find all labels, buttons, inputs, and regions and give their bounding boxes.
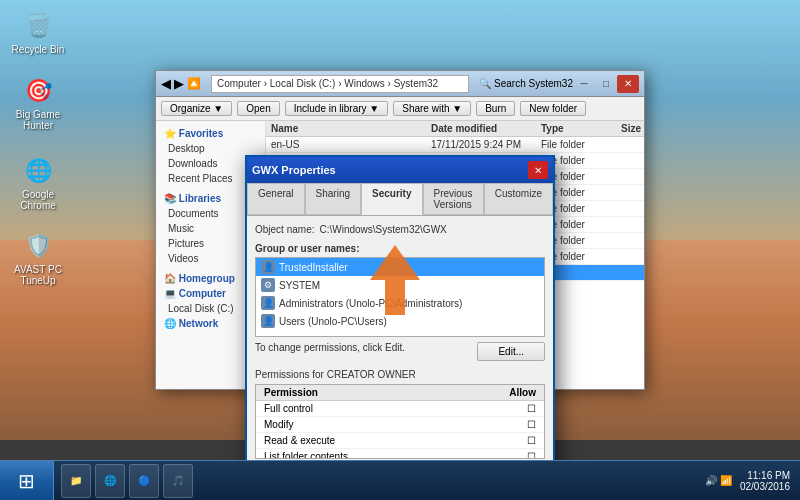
gwx-dialog-title: GWX Properties xyxy=(252,164,528,176)
taskbar-chrome-button[interactable]: 🔵 xyxy=(129,464,159,498)
perm-name: List folder contents xyxy=(264,451,348,459)
close-button[interactable]: ✕ xyxy=(617,75,639,93)
system-tray: 🔊 📶 11:16 PM 02/03/2016 xyxy=(695,470,800,492)
table-row[interactable]: en-US 17/11/2015 9:24 PM File folder xyxy=(266,137,644,153)
col-date[interactable]: Date modified xyxy=(431,123,541,134)
user-item-system[interactable]: ⚙ SYSTEM xyxy=(256,276,544,294)
file-date: 17/11/2015 9:24 PM xyxy=(431,139,541,150)
col-size[interactable]: Size xyxy=(621,123,644,134)
big-game-icon: 🎯 xyxy=(22,75,54,107)
perm-row-listfolder: List folder contents ☐ xyxy=(256,449,544,459)
file-size xyxy=(621,235,644,246)
user-item-trusted[interactable]: 👤 TrustedInstaller xyxy=(256,258,544,276)
search-box[interactable]: 🔍 Search System32 xyxy=(479,78,573,89)
user-icon: 👤 xyxy=(261,314,275,328)
new-folder-button[interactable]: New folder xyxy=(520,101,586,116)
perm-header-allow: Allow xyxy=(509,387,536,398)
user-item-admins[interactable]: 👤 Administrators (Unolo-PC\Administrator… xyxy=(256,294,544,312)
user-item-users[interactable]: 👤 Users (Unolo-PC\Users) xyxy=(256,312,544,330)
address-bar[interactable]: Computer › Local Disk (C:) › Windows › S… xyxy=(211,75,469,93)
user-icon: 👤 xyxy=(261,296,275,310)
object-name-label: Object name: xyxy=(255,224,314,235)
gwx-tabs: General Sharing Security Previous Versio… xyxy=(247,183,553,216)
gwx-close-button[interactable]: ✕ xyxy=(528,161,548,179)
file-size xyxy=(621,219,644,230)
up-icon[interactable]: 🔼 xyxy=(187,77,201,90)
desktop-icon-recycle-bin[interactable]: 🗑️ Recycle Bin xyxy=(8,10,68,55)
file-size xyxy=(621,187,644,198)
share-with-button[interactable]: Share with ▼ xyxy=(393,101,471,116)
edit-row: To change permissions, click Edit. Edit.… xyxy=(255,342,545,361)
col-type[interactable]: Type xyxy=(541,123,621,134)
file-size xyxy=(621,171,644,182)
file-list-header: Name Date modified Type Size xyxy=(266,121,644,137)
tab-security[interactable]: Security xyxy=(361,183,422,215)
file-size xyxy=(621,251,644,262)
sidebar-item-desktop[interactable]: Desktop xyxy=(156,141,265,156)
back-icon[interactable]: ◀ xyxy=(161,76,171,91)
avast-label: AVAST PC TuneUp xyxy=(8,264,68,286)
time-display: 11:16 PM xyxy=(740,470,790,481)
taskbar-explorer-button[interactable]: 📁 xyxy=(61,464,91,498)
tab-customize[interactable]: Customize xyxy=(484,183,553,215)
perm-name: Read & execute xyxy=(264,435,335,446)
perm-allow: ☐ xyxy=(527,403,536,414)
perm-row-full: Full control ☐ xyxy=(256,401,544,417)
explorer-toolbar: Organize ▼ Open Include in library ▼ Sha… xyxy=(156,97,644,121)
avast-icon: 🛡️ xyxy=(22,230,54,262)
start-button[interactable]: ⊞ xyxy=(0,461,54,501)
user-icon: ⚙ xyxy=(261,278,275,292)
permissions-list: Permission Allow Full control ☐ Modify ☐… xyxy=(255,384,545,459)
group-users-label: Group or user names: xyxy=(255,243,545,254)
open-button[interactable]: Open xyxy=(237,101,279,116)
date-display: 02/03/2016 xyxy=(740,481,790,492)
file-size xyxy=(621,203,644,214)
perm-row-modify: Modify ☐ xyxy=(256,417,544,433)
file-size xyxy=(621,267,644,278)
tab-previous-versions[interactable]: Previous Versions xyxy=(423,183,484,215)
tray-icons: 🔊 📶 xyxy=(705,475,732,486)
user-name: Administrators (Unolo-PC\Administrators) xyxy=(279,298,462,309)
tab-general[interactable]: General xyxy=(247,183,305,215)
user-icon: 👤 xyxy=(261,260,275,274)
taskbar-media-button[interactable]: 🎵 xyxy=(163,464,193,498)
chrome-label: Google Chrome xyxy=(8,189,68,211)
chrome-icon: 🌐 xyxy=(22,155,54,187)
include-library-button[interactable]: Include in library ▼ xyxy=(285,101,389,116)
col-name[interactable]: Name xyxy=(271,123,431,134)
edit-button[interactable]: Edit... xyxy=(477,342,545,361)
perm-allow: ☐ xyxy=(527,451,536,459)
file-size xyxy=(621,139,644,150)
big-game-label: Big Game Hunter xyxy=(8,109,68,131)
perm-name: Full control xyxy=(264,403,313,414)
taskbar-ie-button[interactable]: 🌐 xyxy=(95,464,125,498)
perm-name: Modify xyxy=(264,419,293,430)
user-name: TrustedInstaller xyxy=(279,262,348,273)
desktop-icon-avast[interactable]: 🛡️ AVAST PC TuneUp xyxy=(8,230,68,286)
tab-sharing[interactable]: Sharing xyxy=(305,183,361,215)
burn-button[interactable]: Burn xyxy=(476,101,515,116)
object-name-row: Object name: C:\Windows\System32\GWX xyxy=(255,224,545,235)
address-text: Computer › Local Disk (C:) › Windows › S… xyxy=(217,78,438,89)
perm-header-name: Permission xyxy=(264,387,318,398)
user-name: Users (Unolo-PC\Users) xyxy=(279,316,387,327)
forward-icon[interactable]: ▶ xyxy=(174,76,184,91)
desktop-icon-chrome[interactable]: 🌐 Google Chrome xyxy=(8,155,68,211)
permissions-label: Permissions for CREATOR OWNER xyxy=(255,369,545,380)
taskbar: ⊞ 📁 🌐 🔵 🎵 🔊 📶 11:16 PM 02/03/2016 xyxy=(0,460,800,500)
gwx-dialog-titlebar: GWX Properties ✕ xyxy=(247,157,553,183)
taskbar-icons: 📁 🌐 🔵 🎵 xyxy=(54,464,695,498)
maximize-button[interactable]: □ xyxy=(595,75,617,93)
desktop-icon-biggame[interactable]: 🎯 Big Game Hunter xyxy=(8,75,68,131)
desktop: 🗑️ Recycle Bin 🎯 Big Game Hunter 🌐 Googl… xyxy=(0,0,800,500)
minimize-button[interactable]: ─ xyxy=(573,75,595,93)
explorer-titlebar: ◀ ▶ 🔼 Computer › Local Disk (C:) › Windo… xyxy=(156,71,644,97)
file-type: File folder xyxy=(541,139,621,150)
perm-allow: ☐ xyxy=(527,419,536,430)
object-name-value: C:\Windows\System32\GWX xyxy=(319,224,446,235)
organize-button[interactable]: Organize ▼ xyxy=(161,101,232,116)
favorites-header: ⭐ Favorites xyxy=(156,126,265,141)
recycle-bin-icon: 🗑️ xyxy=(22,10,54,42)
users-list[interactable]: 👤 TrustedInstaller ⚙ SYSTEM 👤 Administra… xyxy=(255,257,545,337)
file-name: en-US xyxy=(271,139,431,150)
